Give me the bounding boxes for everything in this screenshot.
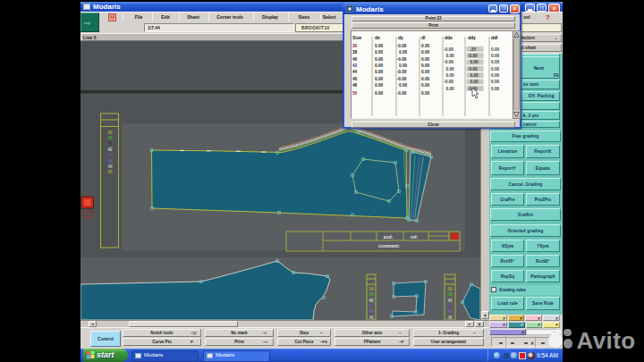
svg-text:Size: Size [352, 35, 361, 40]
svg-text:36: 36 [447, 287, 453, 291]
svg-text:0.00: 0.00 [421, 83, 430, 88]
svg-text:0.00: 0.00 [375, 57, 384, 62]
svg-text:0.00: 0.00 [491, 87, 500, 91]
svg-text:38: 38 [107, 136, 113, 140]
svg-text:36: 36 [369, 287, 374, 291]
svg-text:0.00: 0.00 [421, 70, 430, 74]
svg-text:0.00: 0.00 [375, 83, 384, 88]
svg-text:0.00: 0.00 [421, 50, 430, 55]
svg-text:0.00: 0.00 [491, 60, 500, 64]
svg-text:40: 40 [352, 57, 358, 62]
svg-text:0.00: 0.00 [491, 80, 500, 84]
svg-text:0.00: 0.00 [446, 73, 455, 78]
svg-text:-0.00: -0.00 [468, 67, 478, 72]
svg-text:comment:: comment: [378, 243, 400, 248]
svg-text:42: 42 [107, 147, 113, 152]
svg-text:0.00: 0.00 [421, 77, 430, 81]
svg-text:0.00: 0.00 [375, 77, 384, 81]
svg-text:46: 46 [352, 77, 358, 81]
svg-text:0.00: 0.00 [375, 70, 384, 74]
svg-text:-0.00: -0.00 [397, 70, 407, 74]
svg-text:ddl: ddl [491, 35, 498, 40]
svg-text:ddy: ddy [468, 35, 476, 40]
svg-text:36: 36 [107, 130, 113, 135]
svg-text:42: 42 [352, 63, 358, 68]
svg-text:0.00: 0.00 [470, 73, 479, 78]
svg-text:0.00: 0.00 [446, 67, 455, 72]
svg-text:50: 50 [107, 170, 113, 174]
svg-text:-0.00: -0.00 [397, 77, 407, 81]
svg-text:-0.00: -0.00 [397, 91, 407, 96]
svg-text:0.00: 0.00 [491, 73, 500, 78]
svg-text:0.00: 0.00 [491, 54, 500, 58]
svg-text:44: 44 [352, 70, 358, 74]
svg-text:48: 48 [369, 316, 374, 320]
svg-text:0.00: 0.00 [399, 83, 408, 88]
svg-text:40: 40 [107, 141, 113, 146]
svg-text:-0.00: -0.00 [468, 54, 478, 58]
svg-text:46: 46 [447, 309, 453, 314]
svg-text:36: 36 [352, 44, 358, 48]
svg-text:38: 38 [369, 292, 374, 297]
svg-text:-0.00: -0.00 [397, 57, 407, 62]
svg-text:.25: .25 [470, 47, 477, 52]
svg-text:-0.00: -0.00 [444, 47, 453, 52]
svg-text:38: 38 [447, 292, 453, 297]
svg-text:acd:: acd: [384, 234, 394, 240]
svg-text:dy: dy [398, 35, 403, 40]
svg-text:0.00: 0.00 [491, 67, 500, 72]
svg-text:0.00: 0.00 [375, 91, 384, 96]
svg-text:0.00: 0.00 [399, 50, 408, 55]
svg-text:0.00: 0.00 [421, 44, 430, 48]
svg-text:-0.00: -0.00 [397, 44, 407, 48]
svg-text:44: 44 [107, 153, 113, 157]
svg-text:50: 50 [352, 91, 358, 96]
svg-text:ddx: ddx [445, 35, 453, 40]
svg-text:46: 46 [107, 159, 113, 164]
svg-text:-0.00: -0.00 [444, 60, 453, 64]
svg-text:42: 42 [447, 299, 453, 303]
svg-text:0.00: 0.00 [375, 44, 384, 48]
svg-text:48: 48 [447, 316, 453, 320]
svg-text:dl: dl [421, 35, 426, 40]
svg-text:0.00: 0.00 [470, 60, 479, 64]
svg-text:0.00: 0.00 [446, 54, 455, 58]
svg-text:0.00: 0.00 [421, 63, 430, 68]
svg-text:0.00: 0.00 [421, 91, 430, 96]
svg-text:48: 48 [352, 83, 358, 88]
svg-text:-0.00: -0.00 [444, 80, 453, 84]
svg-text:44: 44 [369, 304, 374, 308]
svg-text:0.00: 0.00 [375, 50, 384, 55]
svg-text:ref:: ref: [411, 234, 418, 240]
svg-text:0.00: 0.00 [491, 47, 500, 52]
svg-text:0.00: 0.00 [421, 57, 430, 62]
svg-text:48: 48 [107, 164, 113, 169]
svg-text:0.00: 0.00 [399, 63, 408, 68]
svg-text:44: 44 [447, 304, 453, 308]
svg-text:dx: dx [375, 35, 380, 40]
svg-text:46: 46 [369, 309, 374, 314]
svg-text:42: 42 [369, 299, 374, 303]
svg-text:38: 38 [352, 50, 358, 55]
svg-text:0.00: 0.00 [446, 87, 455, 91]
svg-text:0.00: 0.00 [375, 63, 384, 68]
svg-text:0.00: 0.00 [470, 80, 479, 84]
